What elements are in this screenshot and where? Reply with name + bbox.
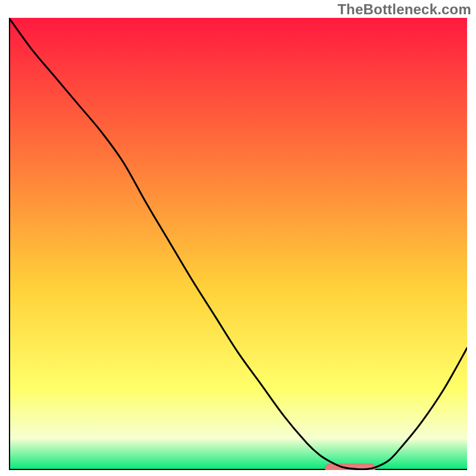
gradient-background [9,18,467,470]
plot-area [9,18,467,470]
chart-stage: TheBottleneck.com [0,0,476,476]
watermark-text: TheBottleneck.com [337,1,471,18]
chart-svg [9,18,467,470]
